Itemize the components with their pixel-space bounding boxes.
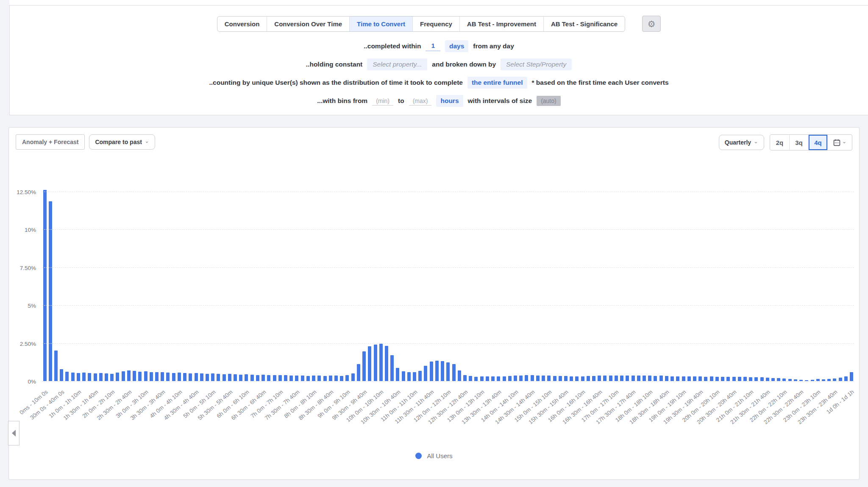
bar-slot [798, 187, 804, 381]
bar [340, 376, 343, 381]
x-axis-tick-label: 18h 30m - 18h 40m [629, 389, 670, 426]
bar [732, 377, 736, 381]
bar [116, 373, 119, 381]
bar-slot [641, 187, 647, 381]
bar-slot [837, 187, 843, 381]
chevron-down-icon: ⌄ [754, 140, 758, 143]
bar-slot [266, 187, 272, 381]
bar-slot [563, 187, 568, 381]
bar [195, 373, 198, 381]
bar-slot [423, 187, 428, 381]
compare-to-past-button[interactable]: Compare to past ⌄ [89, 134, 155, 150]
entire-funnel-chip[interactable]: the entire funnel [467, 77, 527, 89]
bar-slot [171, 187, 176, 381]
gridline: 2.50% [42, 343, 854, 344]
calendar-icon [833, 139, 840, 146]
date-range-picker-button[interactable]: ⌄ [827, 135, 852, 150]
bar-slot [255, 187, 260, 381]
bar-slot [322, 187, 328, 381]
completed-within-label: ..completed within [364, 42, 421, 50]
chevron-down-icon: ⌄ [145, 140, 149, 142]
bins-unit-chip[interactable]: hours [436, 95, 463, 107]
bar-slot [345, 187, 350, 381]
conversion-window-unit-chip[interactable]: days [445, 40, 468, 52]
bar-slot [810, 187, 815, 381]
bar-slot [244, 187, 249, 381]
bar [396, 368, 399, 381]
bar [648, 376, 651, 381]
bins-from-label: ...with bins from [317, 97, 367, 105]
bar [474, 377, 478, 381]
bar-slot [698, 187, 703, 381]
tab-conversion-over-time[interactable]: Conversion Over Time [267, 17, 349, 31]
bar [161, 372, 164, 381]
bar-slot [815, 187, 821, 381]
bar-slot [692, 187, 697, 381]
bins-max-field[interactable]: (max) [409, 97, 432, 106]
granularity-label: Quarterly [725, 139, 751, 146]
legend-item[interactable]: All Users [415, 452, 452, 459]
x-axis-tick-label: 22h 30m - 22h 40m [763, 389, 805, 426]
bar-slot [70, 187, 75, 381]
gear-icon: ⚙ [648, 19, 656, 28]
bar-slot [737, 187, 742, 381]
select-property-field[interactable]: Select property... [367, 58, 427, 70]
x-axis-tick-label: 3h 30m - 3h 40m [129, 389, 167, 421]
legend-dot-icon [415, 453, 422, 459]
bar-slot [445, 187, 451, 381]
bar [155, 372, 159, 381]
bar-slot [456, 187, 462, 381]
y-axis-tick-label: 10% [25, 227, 36, 233]
bar-slot [193, 187, 199, 381]
compare-to-past-label: Compare to past [95, 139, 142, 145]
bins-interval-auto-chip[interactable]: (auto) [537, 96, 561, 106]
granularity-dropdown[interactable]: Quarterly ⌄ [719, 135, 764, 150]
bar [273, 375, 276, 381]
x-axis-tick-label: 3h 0m - 3h 10m [115, 389, 150, 419]
bar-slot [160, 187, 165, 381]
tab-time-to-convert[interactable]: Time to Convert [349, 17, 412, 31]
anomaly-forecast-button[interactable]: Anomaly + Forecast [16, 134, 85, 150]
select-step-property-field[interactable]: Select Step/Property [501, 58, 572, 70]
counting-by-label: ..counting by unique User(s) shown as th… [209, 79, 463, 86]
bar-slot [518, 187, 524, 381]
x-axis-tick-label: 2h 30m - 2h 40m [96, 389, 133, 421]
x-axis-tick-label: 15h 30m - 15h 40m [528, 389, 570, 426]
x-axis-tick-label: 9h 30m - 9h 40m [331, 389, 368, 421]
bar [693, 376, 696, 381]
x-axis-tick-label: 19h 0m - 19h 10m [648, 389, 687, 423]
first-conversion-note: * based on the first time each User conv… [532, 79, 669, 86]
bar [122, 371, 125, 381]
bar-slot [613, 187, 619, 381]
conversion-window-value[interactable]: 1 [426, 41, 440, 51]
bins-min-field[interactable]: (min) [372, 97, 393, 106]
range-button-4q[interactable]: 4q [808, 135, 827, 150]
bar-slot [462, 187, 467, 381]
tab-ab-test-significance[interactable]: AB Test - Significance [543, 17, 625, 31]
range-button-3q[interactable]: 3q [789, 135, 808, 150]
tab-conversion[interactable]: Conversion [217, 17, 267, 31]
bar-slot [832, 187, 837, 381]
bar [598, 376, 601, 381]
bar [525, 375, 528, 381]
tab-ab-test-improvement[interactable]: AB Test - Improvement [459, 17, 543, 31]
bar-slot [261, 187, 266, 381]
bar [301, 376, 304, 381]
bar [144, 371, 147, 381]
bar [463, 375, 467, 381]
query-line-bins: ...with bins from (min) to (max) hours w… [10, 95, 868, 107]
range-button-2q[interactable]: 2q [770, 135, 789, 150]
plot-area: 0%2.50%5%7.50%10%12.50% [42, 187, 854, 381]
sidebar-collapse-handle[interactable] [8, 421, 19, 445]
x-axis-tick-label: 14h 0m - 14h 10m [480, 389, 520, 423]
legend-label: All Users [427, 452, 452, 459]
bar-slot [221, 187, 227, 381]
bar [777, 378, 780, 381]
bar-slot [546, 187, 552, 381]
tab-frequency[interactable]: Frequency [412, 17, 459, 31]
bar-slot [608, 187, 613, 381]
settings-button[interactable]: ⚙ [642, 16, 661, 32]
bar [88, 373, 91, 381]
bar [643, 376, 646, 381]
y-axis-tick-label: 2.50% [20, 340, 36, 347]
